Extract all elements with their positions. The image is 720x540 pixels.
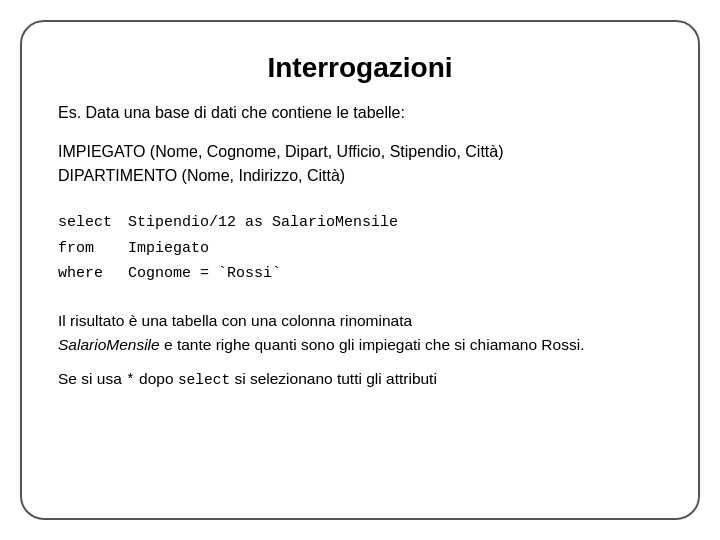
code-row-select: select Stipendio/12 as SalarioMensile — [58, 210, 662, 236]
table-dipartimento: DIPARTIMENTO (Nome, Indirizzo, Città) — [58, 167, 345, 184]
result-mid: dopo — [135, 370, 178, 387]
code-row-where: where Cognome = `Rossi` — [58, 261, 662, 287]
result-italic: SalarioMensile — [58, 336, 160, 353]
code-block: select Stipendio/12 as SalarioMensile fr… — [58, 210, 662, 287]
result-rest: e tante righe quanti sono gli impiegati … — [160, 336, 585, 353]
tables-info: IMPIEGATO (Nome, Cognome, Dipart, Uffici… — [58, 140, 662, 188]
select-value: Stipendio/12 as SalarioMensile — [128, 210, 398, 236]
main-card: Interrogazioni Es. Data una base di dati… — [20, 20, 700, 520]
result-select-info: Se si usa * dopo select si selezionano t… — [58, 367, 662, 391]
from-value: Impiegato — [128, 236, 209, 262]
result-pre: Se si usa — [58, 370, 126, 387]
where-keyword: where — [58, 261, 128, 287]
result-star: * — [126, 372, 135, 388]
result-select-kw: select — [178, 372, 230, 388]
where-value: Cognome = `Rossi` — [128, 261, 281, 287]
subtitle: Es. Data una base di dati che contiene l… — [58, 104, 662, 122]
code-row-from: from Impiegato — [58, 236, 662, 262]
from-keyword: from — [58, 236, 128, 262]
result-post: si selezionano tutti gli attributi — [230, 370, 437, 387]
select-keyword: select — [58, 210, 128, 236]
result-line1: Il risultato è una tabella con una colon… — [58, 312, 412, 329]
table-impiegato: IMPIEGATO (Nome, Cognome, Dipart, Uffici… — [58, 143, 504, 160]
page-title: Interrogazioni — [58, 52, 662, 84]
result-paragraph: Il risultato è una tabella con una colon… — [58, 309, 662, 357]
